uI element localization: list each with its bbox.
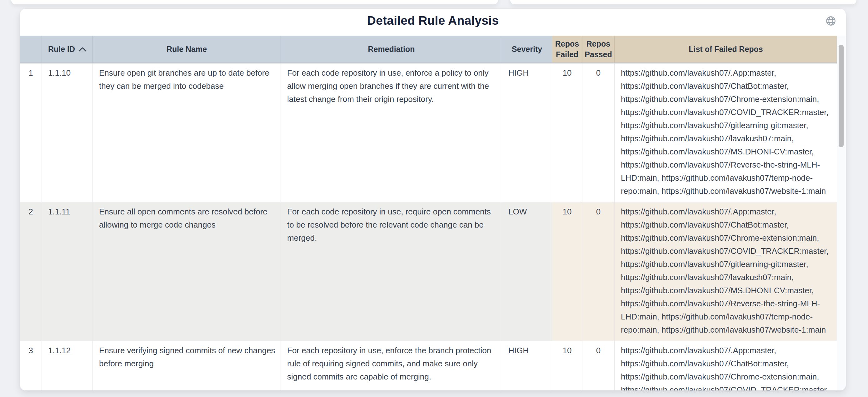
cell-failed-repos: https://github.com/lavakush07/.App:maste… xyxy=(615,341,837,391)
previous-card-fragment-left xyxy=(11,0,498,4)
cell-remediation: For each repository in use, enforce the … xyxy=(281,341,502,391)
detailed-rule-analysis-card: Detailed Rule Analysis Rule ID Rule Name… xyxy=(20,9,846,391)
cell-index: 3 xyxy=(20,341,42,391)
cell-remediation: For each code repository in use, require… xyxy=(281,202,502,341)
cell-repos-failed: 10 xyxy=(552,341,582,391)
sort-ascending-icon xyxy=(79,47,86,52)
cell-severity: HIGH xyxy=(502,341,552,391)
header-repos-passed[interactable]: Repos Passed xyxy=(582,36,615,63)
cell-severity: HIGH xyxy=(502,63,552,202)
cell-severity: LOW xyxy=(502,202,552,341)
globe-icon[interactable] xyxy=(825,15,836,27)
cell-rule-name: Ensure verifying signed commits of new c… xyxy=(93,341,281,391)
table-scrollbar-track[interactable] xyxy=(837,36,846,391)
header-severity[interactable]: Severity xyxy=(502,36,552,63)
cell-failed-repos: https://github.com/lavakush07/.App:maste… xyxy=(615,63,837,202)
header-index xyxy=(20,36,42,63)
cell-rule-id: 1.1.11 xyxy=(42,202,93,341)
cell-repos-passed: 0 xyxy=(582,202,615,341)
previous-card-fragment-right xyxy=(510,0,857,4)
header-rule-id-label: Rule ID xyxy=(48,44,75,54)
table-scrollbar-thumb[interactable] xyxy=(839,45,844,147)
cell-index: 2 xyxy=(20,202,42,341)
cell-rule-id: 1.1.12 xyxy=(42,341,93,391)
cell-repos-passed: 0 xyxy=(582,63,615,202)
header-remediation[interactable]: Remediation xyxy=(281,36,502,63)
rule-analysis-table: Rule ID Rule Name Remediation Severity R… xyxy=(20,36,837,391)
page-title: Detailed Rule Analysis xyxy=(20,9,846,28)
table-row: 1 1.1.10 Ensure open git branches are up… xyxy=(20,63,837,202)
table-row: 2 1.1.11 Ensure all open comments are re… xyxy=(20,202,837,341)
cell-failed-repos: https://github.com/lavakush07/.App:maste… xyxy=(615,202,837,341)
header-rule-name[interactable]: Rule Name xyxy=(93,36,281,63)
cell-repos-failed: 10 xyxy=(552,63,582,202)
cell-rule-name: Ensure open git branches are up to date … xyxy=(93,63,281,202)
table-header-row: Rule ID Rule Name Remediation Severity R… xyxy=(20,36,837,63)
cell-repos-failed: 10 xyxy=(552,202,582,341)
cell-index: 1 xyxy=(20,63,42,202)
header-repos-failed[interactable]: Repos Failed xyxy=(552,36,582,63)
cell-rule-id: 1.1.10 xyxy=(42,63,93,202)
header-rule-id[interactable]: Rule ID xyxy=(42,36,93,63)
cell-rule-name: Ensure all open comments are resolved be… xyxy=(93,202,281,341)
table-row: 3 1.1.12 Ensure verifying signed commits… xyxy=(20,341,837,391)
header-failed-repos[interactable]: List of Failed Repos xyxy=(615,36,837,63)
cell-remediation: For each code repository in use, enforce… xyxy=(281,63,502,202)
cell-repos-passed: 0 xyxy=(582,341,615,391)
